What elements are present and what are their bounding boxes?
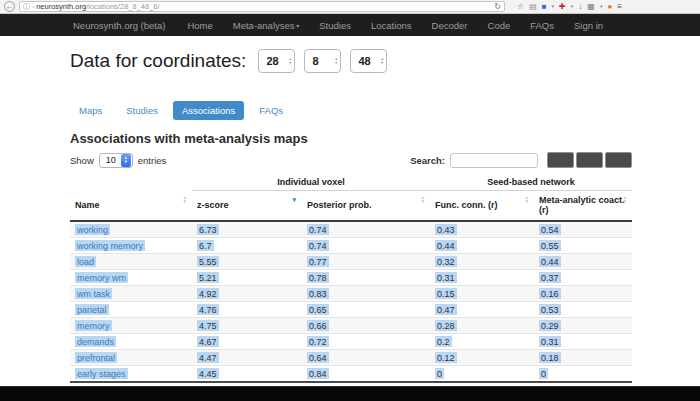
info-icon[interactable]: ⓘ bbox=[23, 3, 30, 10]
export-button-2[interactable] bbox=[576, 152, 603, 168]
page-size-select[interactable]: 10 ▲▼ bbox=[99, 153, 133, 168]
nav-link-decoder[interactable]: Decoder bbox=[432, 20, 468, 31]
value-cell: 4.47 bbox=[192, 350, 302, 366]
term-link[interactable]: memory wm bbox=[75, 272, 128, 283]
value-cell: 0.43 bbox=[430, 221, 534, 238]
search-input[interactable] bbox=[450, 153, 538, 168]
table-row: memory4.750.660.280.29 bbox=[70, 318, 632, 334]
column-header-posterior-prob-[interactable]: Posterior prob.▴▾ bbox=[302, 191, 430, 222]
nav-link-locations[interactable]: Locations bbox=[371, 20, 412, 31]
nav-link-meta-analyses[interactable]: Meta-analyses ▾ bbox=[233, 20, 299, 31]
value-cell: 0.31 bbox=[430, 270, 534, 286]
camera-icon[interactable]: ▦ bbox=[587, 3, 595, 11]
value-cell: 4.45 bbox=[192, 366, 302, 383]
column-header-name[interactable]: Name▴▾ bbox=[70, 191, 192, 222]
term-link[interactable]: wm task bbox=[75, 288, 112, 299]
column-header-z-score[interactable]: z-score▾ bbox=[192, 191, 302, 222]
download-icon[interactable]: ↓ bbox=[578, 3, 582, 11]
value-highlight: 6.7 bbox=[197, 240, 214, 251]
url-bar[interactable]: ⓘ ▫ neurosynth.org/locations/28_8_48_6/ … bbox=[19, 1, 505, 12]
save-icon[interactable]: ■ bbox=[542, 3, 547, 11]
value-highlight: 0.53 bbox=[539, 304, 561, 315]
value-highlight: 6.73 bbox=[197, 224, 219, 235]
coordinate-input-2[interactable]: 48▴▾ bbox=[350, 49, 387, 73]
nav-link-sign-in[interactable]: Sign in bbox=[574, 20, 603, 31]
table-header-row: Name▴▾z-score▾Posterior prob.▴▾Func. con… bbox=[70, 191, 632, 222]
nav-link-faqs[interactable]: FAQs bbox=[530, 20, 554, 31]
nav-link-studies[interactable]: Studies bbox=[319, 20, 351, 31]
brand-dot-icon[interactable]: ● bbox=[607, 3, 612, 11]
nav-link-code[interactable]: Code bbox=[488, 20, 511, 31]
table-group-header-row: Individual voxelSeed-based network bbox=[70, 175, 632, 191]
value-highlight: 4.45 bbox=[197, 368, 219, 379]
sort-icon[interactable]: ▴▾ bbox=[421, 195, 424, 203]
value-cell: 0.12 bbox=[430, 350, 534, 366]
back-button[interactable]: ← bbox=[4, 1, 15, 12]
reload-icon[interactable]: ↻ bbox=[494, 3, 501, 11]
associations-table: Individual voxelSeed-based networkName▴▾… bbox=[70, 175, 632, 383]
value-cell: 0.37 bbox=[534, 270, 632, 286]
value-highlight: 0 bbox=[539, 368, 548, 379]
value-cell: 5.55 bbox=[192, 254, 302, 270]
spinner-arrows-icon[interactable]: ▴▾ bbox=[381, 57, 383, 65]
coordinate-input-0[interactable]: 28▴▾ bbox=[258, 49, 295, 73]
value-cell: 0.78 bbox=[302, 270, 430, 286]
term-link[interactable]: load bbox=[75, 256, 96, 267]
value-cell: 4.92 bbox=[192, 286, 302, 302]
value-highlight: 0.65 bbox=[307, 304, 329, 315]
term-link[interactable]: prefrontal bbox=[75, 352, 117, 363]
export-button-1[interactable] bbox=[547, 152, 574, 168]
value-cell: 0.64 bbox=[302, 350, 430, 366]
nav-link-home[interactable]: Home bbox=[187, 20, 212, 31]
menu-icon[interactable]: ≡ bbox=[617, 3, 622, 11]
sort-icon[interactable]: ▴▾ bbox=[525, 195, 528, 203]
sort-icon[interactable]: ▴▾ bbox=[623, 195, 626, 203]
value-cell: 4.76 bbox=[192, 302, 302, 318]
spinner-arrows-icon[interactable]: ▴▾ bbox=[335, 57, 337, 65]
value-highlight: 0.2 bbox=[435, 336, 452, 347]
table-row: working memory6.70.740.440.55 bbox=[70, 238, 632, 254]
clipboard-icon[interactable]: ▤ bbox=[529, 3, 537, 11]
tab-faqs[interactable]: FAQs bbox=[250, 101, 292, 120]
value-cell: 0.65 bbox=[302, 302, 430, 318]
term-link[interactable]: working bbox=[75, 224, 110, 235]
nav-links: HomeMeta-analyses ▾StudiesLocationsDecod… bbox=[187, 20, 603, 31]
sort-icon[interactable]: ▴▾ bbox=[183, 195, 186, 203]
value-cell: 0.44 bbox=[430, 238, 534, 254]
name-cell: early stages bbox=[70, 366, 192, 383]
value-cell: 0.66 bbox=[302, 318, 430, 334]
health-add-icon[interactable]: ✚ bbox=[559, 3, 566, 11]
table-row: load5.550.770.320.44 bbox=[70, 254, 632, 270]
select-spinner-icon: ▲▼ bbox=[121, 154, 131, 167]
spinner-arrows-icon[interactable]: ▴▾ bbox=[289, 57, 291, 65]
table-row: memory wm5.210.780.310.37 bbox=[70, 270, 632, 286]
value-highlight: 0.78 bbox=[307, 272, 329, 283]
sort-desc-icon[interactable]: ▾ bbox=[292, 196, 296, 203]
dropdown-caret-icon[interactable]: ▾ bbox=[552, 4, 555, 9]
entries-label: entries bbox=[138, 155, 167, 166]
value-cell: 0.15 bbox=[430, 286, 534, 302]
bookmark-star-icon[interactable]: ☆ bbox=[517, 3, 524, 11]
term-link[interactable]: early stages bbox=[75, 368, 128, 379]
group-header: Seed-based network bbox=[430, 175, 632, 191]
term-link[interactable]: demands bbox=[75, 336, 116, 347]
term-link[interactable]: parietal bbox=[75, 304, 109, 315]
value-cell: 0.28 bbox=[430, 318, 534, 334]
export-button-3[interactable] bbox=[605, 152, 632, 168]
term-link[interactable]: working memory bbox=[75, 240, 145, 251]
page-icon: ▫ bbox=[32, 4, 34, 10]
tab-maps[interactable]: Maps bbox=[70, 101, 111, 120]
value-cell: 0.74 bbox=[302, 238, 430, 254]
tab-studies[interactable]: Studies bbox=[117, 101, 167, 120]
tab-associations[interactable]: Associations bbox=[173, 101, 244, 120]
brand-link[interactable]: Neurosynth.org (beta) bbox=[73, 20, 165, 31]
term-link[interactable]: memory bbox=[75, 320, 112, 331]
dropdown-caret-icon[interactable]: ▾ bbox=[600, 4, 603, 9]
value-highlight: 0.77 bbox=[307, 256, 329, 267]
column-header-func-conn-r-[interactable]: Func. conn. (r)▴▾ bbox=[430, 191, 534, 222]
column-header-meta-analytic-coact-r-[interactable]: Meta-analytic coact. (r)▴▾ bbox=[534, 191, 632, 222]
coordinate-input-1[interactable]: 8▴▾ bbox=[304, 49, 341, 73]
value-cell: 0.84 bbox=[302, 366, 430, 383]
dropdown-caret-icon[interactable]: ▾ bbox=[571, 4, 574, 9]
value-highlight: 0.54 bbox=[539, 224, 561, 235]
